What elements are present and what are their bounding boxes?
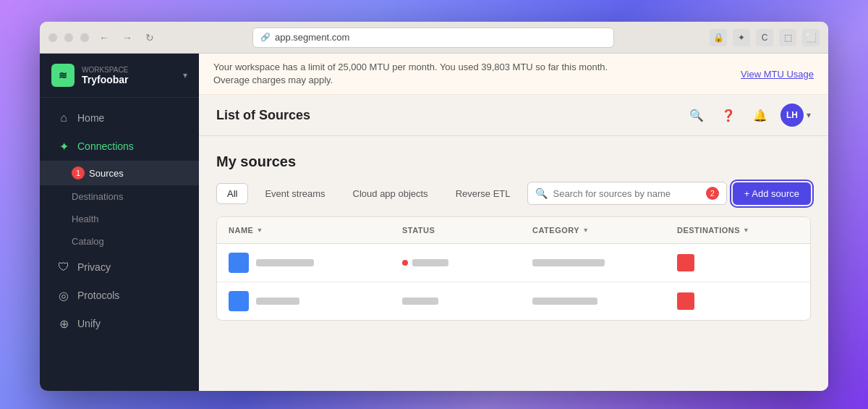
workspace-chevron-icon: ▾ [183, 70, 187, 80]
destinations-cell [677, 254, 811, 271]
url-text: app.segment.com [275, 32, 349, 43]
filter-all-tab[interactable]: All [216, 183, 248, 204]
extension-btn-3[interactable]: C [756, 29, 773, 46]
page-header: List of Sources 🔍 ❓ 🔔 LH ▾ [199, 95, 828, 136]
status-blurred [412, 259, 448, 266]
sidebar-item-home[interactable]: ⌂ Home [46, 104, 193, 132]
sidebar-item-connections-label: Connections [77, 140, 134, 152]
home-icon: ⌂ [57, 111, 70, 125]
avatar-chevron-icon: ▾ [807, 110, 811, 120]
section-title: My sources [216, 153, 811, 170]
destinations-sort-icon: ▼ [743, 227, 749, 234]
th-destinations[interactable]: DESTINATIONS ▼ [677, 226, 811, 235]
search-input-wrap: 🔍 2 [527, 182, 727, 205]
help-button[interactable]: ❓ [717, 104, 740, 127]
destinations-cell [677, 292, 811, 310]
browser-maximize-btn[interactable] [80, 33, 89, 42]
status-blurred [402, 298, 438, 305]
banner-message: Your workspace has a limit of 25,000 MTU… [213, 61, 608, 87]
view-mtu-link[interactable]: View MTU Usage [741, 69, 814, 80]
category-sort-icon: ▼ [582, 227, 589, 234]
lock-icon: 🔗 [260, 33, 271, 42]
filters-bar: All Event streams Cloud app objects Reve… [216, 182, 811, 205]
th-status: STATUS [402, 226, 532, 235]
page-title: List of Sources [216, 108, 310, 123]
destination-icon [677, 292, 694, 310]
th-category[interactable]: CATEGORY ▼ [532, 226, 677, 235]
sidebar-item-unify[interactable]: ⊕ Unify [46, 310, 193, 337]
sidebar-item-catalog[interactable]: Catalog [40, 230, 199, 253]
search-input[interactable] [553, 188, 700, 199]
app-container: ≋ Workspace Tryfoobar ▾ ⌂ Home ✦ Connect… [40, 54, 828, 391]
sidebar-item-connections[interactable]: ✦ Connections [46, 132, 193, 160]
browser-toolbar: ← → ↻ 🔗 app.segment.com 🔒 ✦ C ⬚ ⬜ [40, 22, 828, 54]
url-bar[interactable]: 🔗 app.segment.com [252, 28, 614, 48]
sidebar-item-health-label: Health [72, 214, 99, 224]
browser-extension-actions: 🔒 ✦ C ⬚ ⬜ [710, 29, 820, 46]
sidebar-item-destinations[interactable]: Destinations [40, 185, 199, 208]
category-cell [532, 295, 677, 308]
sidebar-item-privacy-label: Privacy [77, 261, 111, 273]
avatar-group: LH ▾ [780, 104, 811, 127]
sidebar-item-health[interactable]: Health [40, 208, 199, 230]
main-content: Your workspace has a limit of 25,000 MTU… [199, 54, 828, 391]
source-name-blurred [256, 298, 299, 305]
sidebar: ≋ Workspace Tryfoobar ▾ ⌂ Home ✦ Connect… [40, 54, 199, 391]
refresh-button[interactable]: ↻ [142, 30, 157, 45]
workspace-header[interactable]: ≋ Workspace Tryfoobar ▾ [40, 54, 199, 98]
back-button[interactable]: ← [96, 30, 112, 45]
filter-event-streams-tab[interactable]: Event streams [254, 183, 336, 204]
forward-button[interactable]: → [119, 30, 135, 45]
header-actions: 🔍 ❓ 🔔 LH ▾ [685, 104, 811, 127]
sources-badge: 1 [72, 166, 85, 180]
shield-icon: 🛡 [57, 261, 70, 274]
search-box: 🔍 2 [527, 182, 727, 205]
sidebar-sub-nav: 1 Sources Destinations Health Catalog [40, 161, 199, 253]
filter-cloud-app-tab[interactable]: Cloud app objects [342, 183, 439, 204]
sidebar-item-protocols-label: Protocols [77, 290, 119, 301]
browser-close-btn[interactable] [48, 33, 57, 42]
table-row[interactable]: – [217, 244, 810, 282]
status-cell [402, 298, 532, 305]
source-icon [229, 253, 249, 273]
filter-reverse-etl-tab[interactable]: Reverse ETL [445, 183, 522, 204]
th-name[interactable]: NAME ▼ [229, 226, 402, 235]
workspace-name: Tryfoobar [82, 74, 176, 85]
source-name-cell [229, 291, 402, 311]
category-cell [532, 256, 677, 269]
extension-btn-5[interactable]: ⬜ [802, 29, 820, 46]
sidebar-item-sources[interactable]: 1 Sources [40, 161, 199, 185]
workspace-label: Workspace [82, 66, 176, 74]
search-icon: 🔍 [535, 187, 548, 199]
table-row[interactable]: – [217, 282, 810, 320]
search-count-badge: 2 [706, 187, 719, 200]
workspace-info: Workspace Tryfoobar [82, 66, 176, 85]
extension-btn-1[interactable]: 🔒 [710, 29, 727, 46]
sidebar-item-privacy[interactable]: 🛡 Privacy [46, 253, 193, 281]
category-blurred [532, 259, 605, 266]
protocols-icon: ◎ [57, 289, 70, 302]
sources-table: NAME ▼ STATUS CATEGORY ▼ DESTINATIONS [216, 216, 811, 321]
sidebar-item-sources-label: Sources [89, 168, 124, 179]
browser-minimize-btn[interactable] [64, 33, 73, 42]
source-icon [229, 291, 249, 311]
source-name-blurred [256, 259, 314, 266]
sidebar-item-catalog-label: Catalog [72, 236, 104, 247]
table-header: NAME ▼ STATUS CATEGORY ▼ DESTINATIONS [217, 217, 810, 244]
add-source-button[interactable]: + Add source [733, 182, 811, 205]
status-dot [402, 260, 408, 266]
sidebar-item-home-label: Home [77, 112, 104, 124]
connections-icon: ✦ [57, 140, 70, 153]
sidebar-item-destinations-label: Destinations [72, 191, 124, 202]
workspace-logo: ≋ [51, 64, 75, 87]
unify-icon: ⊕ [57, 317, 70, 330]
sidebar-item-unify-label: Unify [77, 318, 101, 329]
avatar[interactable]: LH [780, 104, 804, 127]
search-button[interactable]: 🔍 [685, 104, 708, 127]
sidebar-item-protocols[interactable]: ◎ Protocols [46, 282, 193, 309]
extension-btn-4[interactable]: ⬚ [779, 29, 796, 46]
notifications-button[interactable]: 🔔 [749, 104, 772, 127]
name-sort-icon: ▼ [256, 227, 263, 234]
sidebar-nav: ⌂ Home ✦ Connections 1 Sources Destinati… [40, 98, 199, 344]
extension-btn-2[interactable]: ✦ [733, 29, 750, 46]
